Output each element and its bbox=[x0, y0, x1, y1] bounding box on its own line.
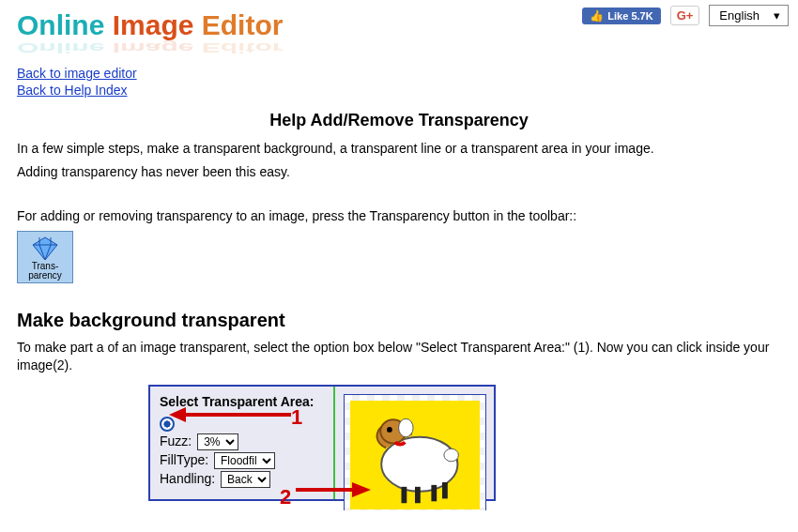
svg-rect-10 bbox=[402, 487, 407, 503]
back-to-editor-link[interactable]: Back to image editor bbox=[17, 66, 781, 81]
step-2-label: 2 bbox=[280, 485, 291, 509]
svg-marker-0 bbox=[33, 237, 57, 260]
site-logo-reflection: Online Image Editor bbox=[17, 40, 781, 56]
sheep-icon bbox=[350, 401, 480, 509]
preview-background bbox=[350, 401, 480, 509]
transparency-panel: Select Transparent Area: Fuzz: 3% FillTy… bbox=[148, 385, 496, 500]
svg-point-8 bbox=[387, 427, 392, 433]
section-heading: Make background transparent bbox=[17, 310, 781, 331]
intro-text-1: In a few simple steps, make a transparen… bbox=[17, 140, 781, 158]
select-area-radio[interactable] bbox=[160, 417, 175, 432]
svg-point-14 bbox=[444, 449, 458, 463]
svg-rect-11 bbox=[415, 487, 421, 503]
fuzz-select[interactable]: 3% bbox=[197, 433, 238, 450]
step-1-label: 1 bbox=[291, 405, 302, 430]
panel-divider bbox=[333, 387, 335, 498]
instruction-text: For adding or removing transparency to a… bbox=[17, 207, 781, 225]
diamond-icon bbox=[29, 236, 61, 262]
back-to-help-link[interactable]: Back to Help Index bbox=[17, 83, 781, 98]
filltype-select[interactable]: Floodfil bbox=[214, 452, 275, 469]
handling-label: Handling: bbox=[160, 471, 215, 486]
site-logo: Online Image Editor bbox=[17, 9, 781, 41]
tool-label: Trans- parency bbox=[20, 262, 70, 281]
image-preview-frame[interactable] bbox=[344, 394, 486, 509]
svg-rect-13 bbox=[442, 482, 448, 498]
section-text: To make part a of an image transparent, … bbox=[17, 339, 781, 374]
svg-rect-12 bbox=[431, 485, 437, 501]
svg-point-9 bbox=[399, 419, 413, 437]
filltype-label: FillType: bbox=[160, 452, 208, 467]
intro-text-2: Adding transparency has never been this … bbox=[17, 163, 781, 181]
transparency-tool-button[interactable]: Trans- parency bbox=[17, 231, 73, 283]
fuzz-label: Fuzz: bbox=[160, 433, 192, 448]
handling-select[interactable]: Back bbox=[221, 471, 270, 488]
page-title: Help Add/Remove Transparency bbox=[17, 111, 781, 130]
